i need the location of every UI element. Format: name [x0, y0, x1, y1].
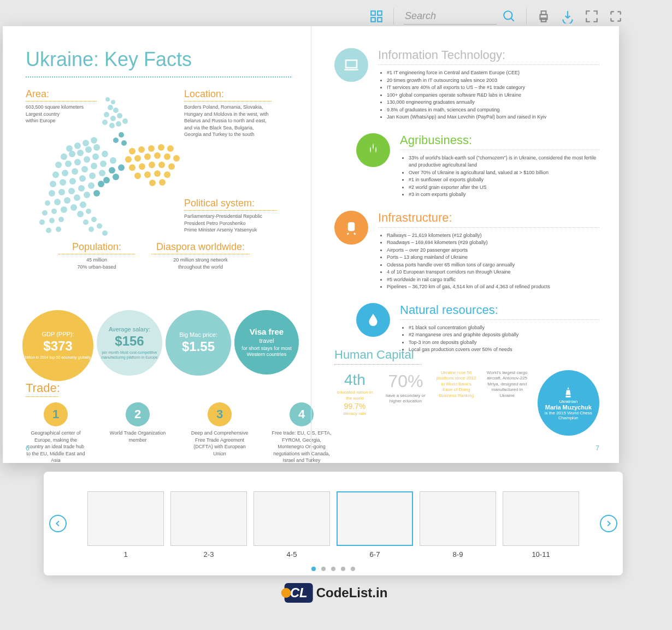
svg-point-62 [80, 201, 86, 208]
list-item: 20 times growth in IT outsourcing sales … [387, 77, 599, 85]
svg-point-84 [129, 148, 135, 154]
dot[interactable] [331, 567, 335, 571]
svg-point-37 [72, 168, 78, 175]
dot[interactable] [351, 567, 355, 571]
svg-point-63 [39, 219, 45, 225]
thumbnail-preview [254, 491, 330, 546]
thumbnail[interactable]: 10-11 [503, 491, 579, 558]
it-title: Information Technology: [378, 48, 599, 65]
thumbnail[interactable]: 4-5 [254, 491, 330, 558]
svg-point-13 [104, 112, 109, 117]
thumbnail[interactable]: 8-9 [420, 491, 496, 558]
svg-point-98 [158, 162, 165, 168]
list-item: #2 manganese ores and graphite deposits … [409, 331, 599, 339]
trade-number: 3 [208, 402, 232, 426]
stat-circles: GDP (PPP): $373 billion in 2014 top-50 e… [22, 310, 299, 381]
thumbnails-icon[interactable] [369, 9, 384, 23]
svg-point-93 [164, 153, 170, 160]
thumbnail-label: 6-7 [370, 550, 380, 558]
page-title: Ukraine: Key Facts [26, 48, 291, 71]
search-wrap [404, 8, 516, 25]
dot[interactable] [321, 567, 326, 571]
svg-point-21 [74, 142, 81, 149]
svg-point-71 [91, 217, 97, 222]
natural-title: Natural resources: [400, 303, 599, 320]
svg-point-53 [45, 200, 50, 206]
svg-point-27 [85, 146, 92, 153]
svg-point-41 [110, 157, 116, 164]
expand-icon[interactable] [609, 9, 623, 23]
next-arrow[interactable] [600, 515, 617, 532]
svg-point-33 [92, 153, 99, 160]
prev-arrow[interactable] [49, 515, 67, 532]
svg-rect-3 [378, 17, 382, 22]
list-item: 130,000 engineering graduates annually [387, 99, 599, 106]
svg-point-17 [109, 123, 115, 128]
section-agribusiness: Agribusiness: 33% of world's black-earth… [356, 133, 599, 199]
svg-point-56 [74, 194, 80, 201]
svg-point-90 [134, 155, 141, 162]
download-icon[interactable] [561, 9, 575, 23]
gdp-circle: GDP (PPP): $373 billion in 2014 top-50 e… [22, 310, 93, 381]
human-capital-block: Human Capital 4th educated nation in the… [334, 348, 599, 436]
svg-point-43 [60, 179, 66, 186]
location-block: Location: Borders Poland, Romania, Slova… [184, 88, 272, 138]
visa-circle: Visa free travel for short stays for mos… [234, 310, 299, 375]
svg-point-58 [42, 210, 48, 216]
thumbnail[interactable]: 2-3 [170, 491, 247, 558]
svg-point-19 [122, 118, 128, 124]
svg-rect-108 [348, 222, 355, 231]
trade-text: Geographical center of Europe, making th… [26, 430, 86, 464]
svg-point-44 [69, 178, 76, 185]
population-heading: Population: [58, 241, 135, 254]
svg-point-61 [70, 204, 77, 211]
trade-number: 1 [44, 402, 68, 426]
thumbnail[interactable]: 6-7 [337, 491, 413, 558]
it-list: #1 IT engineering force in Central and E… [378, 69, 599, 121]
svg-point-15 [117, 113, 122, 118]
divider [526, 8, 527, 25]
svg-point-48 [49, 190, 55, 197]
bigmac-circle: Big Mac price: $1.55 [166, 310, 231, 376]
section-it: Information Technology: #1 IT engineerin… [334, 48, 599, 121]
svg-point-47 [99, 170, 105, 176]
thumbnail[interactable]: 1 [87, 491, 164, 558]
svg-point-82 [98, 181, 104, 187]
location-text: Borders Poland, Romania, Slovakia, Hunga… [184, 104, 272, 138]
svg-point-68 [46, 228, 51, 233]
svg-point-18 [116, 121, 121, 127]
dot[interactable] [341, 567, 345, 571]
list-item: #1 IT engineering force in Central and E… [387, 69, 599, 77]
svg-point-89 [125, 156, 132, 163]
svg-point-81 [113, 174, 119, 180]
thumbnail-label: 2-3 [204, 550, 214, 558]
print-icon[interactable] [537, 9, 551, 23]
svg-point-4 [504, 11, 512, 19]
thumbnail-label: 8-9 [453, 550, 463, 558]
political-text: Parliamentary-Presidential RepublicPresi… [184, 213, 277, 234]
svg-point-16 [102, 120, 108, 125]
list-item: Ports – 13 along mainland of Ukraine [387, 254, 599, 261]
fullscreen-icon[interactable] [585, 9, 599, 23]
list-item: Airports – over 20 passenger airports [387, 247, 599, 254]
thumbnail-preview [337, 491, 413, 546]
svg-point-65 [58, 217, 64, 222]
svg-rect-0 [371, 11, 375, 15]
dot[interactable] [311, 567, 316, 571]
svg-point-12 [113, 108, 119, 113]
svg-point-24 [61, 153, 67, 160]
svg-point-57 [84, 192, 90, 198]
search-icon[interactable] [502, 9, 516, 23]
svg-point-75 [119, 132, 124, 138]
svg-point-80 [103, 177, 110, 183]
search-input[interactable] [404, 8, 497, 25]
svg-point-70 [83, 219, 89, 225]
list-item: Top-3 iron ore deposits globally [409, 339, 599, 347]
thumbnail-label: 10-11 [532, 550, 550, 558]
svg-point-10 [111, 100, 115, 104]
list-item: IT services are 40% of all exports to US… [387, 84, 599, 92]
svg-point-30 [65, 161, 72, 167]
trade-number: 4 [290, 402, 314, 426]
svg-point-38 [81, 166, 88, 173]
trade-heading: Trade: [26, 381, 58, 397]
